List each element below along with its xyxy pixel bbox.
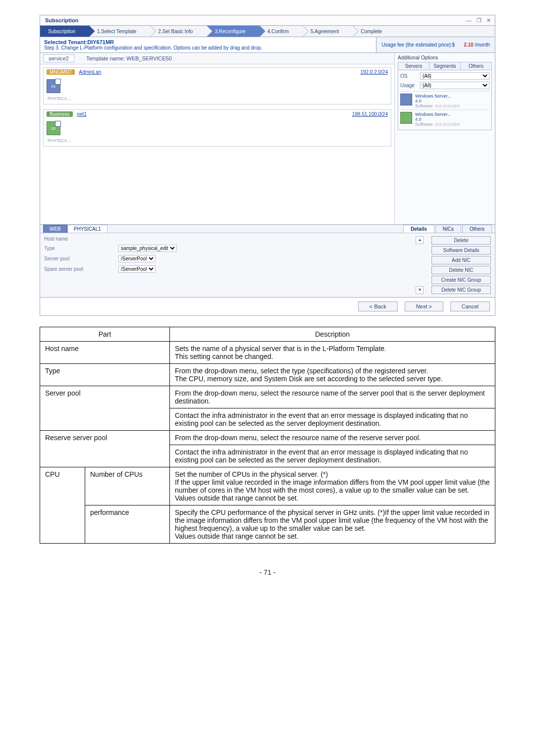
usage-fee-box: Usage fee (the estimated price):$ 2.10 /… xyxy=(376,37,495,52)
step-set-basic-info[interactable]: 2.Set Basic Info xyxy=(150,26,207,37)
row-cpu-num: CPU Number of CPUs Set the number of CPU… xyxy=(40,467,495,505)
service-bar: service2 Template name: WEB_SERVICE50 xyxy=(40,53,394,64)
detail-actions: Delete Software Details Add NIC Delete N… xyxy=(428,236,491,294)
additional-options-panel: Additional Options Servers Segments Othe… xyxy=(395,53,495,224)
window-buttons: — ❐ ✕ xyxy=(462,16,495,25)
row-type: Type From the drop-down menu, select the… xyxy=(40,364,495,386)
segment-cidr-mgmt[interactable]: 192.0.2.0/24 xyxy=(360,69,388,75)
usage-fee-price: 2.10 xyxy=(464,42,473,48)
segment-phys-biz: PHYSICA... xyxy=(44,138,391,146)
os-filter-label: OS xyxy=(400,73,417,79)
next-button[interactable]: Next > xyxy=(405,302,443,311)
create-nic-group-button[interactable]: Create NIC Group xyxy=(431,276,491,284)
desc-cpu-perf: Specify the CPU performance of the physi… xyxy=(170,505,495,544)
wizard-steps: Subscription 1.Select Template 2.Set Bas… xyxy=(40,26,495,37)
selected-tenant: Selected Tenant:DIY671MR xyxy=(44,39,372,45)
scroll-down-icon[interactable]: ▾ xyxy=(416,286,424,294)
topology-canvas[interactable]: service2 Template name: WEB_SERVICE50 MN… xyxy=(40,53,395,224)
usage-filter-select[interactable]: (All) xyxy=(420,82,489,89)
page-number: - 71 - xyxy=(40,568,495,576)
desc-server-pool-1: From the drop-down menu, select the reso… xyxy=(170,386,495,408)
delete-button[interactable]: Delete xyxy=(431,236,491,245)
desc-host-name: Sets the name of a physical server that … xyxy=(170,342,495,364)
row-cpu-perf: performance Specify the CPU performance … xyxy=(40,505,495,544)
tab-others[interactable]: Others xyxy=(462,225,492,233)
tab-segments[interactable]: Segments xyxy=(429,62,461,70)
software-details-button[interactable]: Software Details xyxy=(431,246,491,254)
close-icon[interactable]: ✕ xyxy=(486,17,491,24)
spare-pool-label: Spare server pool xyxy=(44,266,118,272)
step-subscription[interactable]: Subscription xyxy=(40,26,89,37)
delete-nic-group-button[interactable]: Delete NIC Group xyxy=(431,286,491,294)
server-icon[interactable]: 01 xyxy=(47,79,60,93)
desc-server-pool-2: Contact the infra administrator in the e… xyxy=(170,408,495,431)
host-name-label: Host name xyxy=(44,236,118,242)
usage-fee-label: Usage fee (the estimated price):$ xyxy=(381,42,455,48)
subscription-window: Subscription — ❐ ✕ Subscription 1.Select… xyxy=(40,15,495,316)
wizard-footer: < Back Next > Cancel xyxy=(40,297,495,315)
step-reconfigure[interactable]: 3.Reconfigure xyxy=(207,26,259,37)
desc-type: From the drop-down menu, select the type… xyxy=(170,364,495,386)
segment-tag-biz: Business xyxy=(47,111,73,117)
usage-fee-unit: /month xyxy=(475,42,490,48)
selected-server-chip[interactable]: WEB PHYSICAL1 xyxy=(43,225,107,233)
scroll-up-icon[interactable]: ▴ xyxy=(416,236,424,244)
window-title: Subscription xyxy=(40,15,83,25)
step-instruction: Step 3. Change L-Platform configuration … xyxy=(44,45,372,50)
options-tabs: Servers Segments Others xyxy=(398,62,492,70)
add-nic-button[interactable]: Add NIC xyxy=(431,256,491,264)
tab-others[interactable]: Others xyxy=(461,62,491,70)
segment-name-mgmt[interactable]: AdminLan xyxy=(79,69,101,75)
type-select[interactable]: sample_physical_edit xyxy=(118,245,177,252)
minimize-icon[interactable]: — xyxy=(466,17,472,24)
tab-details[interactable]: Details xyxy=(403,225,434,233)
segment-mgmt[interactable]: MNGMNT AdminLan 192.0.2.0/24 01 PHYSICA.… xyxy=(43,67,391,104)
description-table: Part Description Host name Sets the name… xyxy=(40,327,495,544)
server-pool-label: Server pool xyxy=(44,256,118,261)
window-titlebar: Subscription — ❐ ✕ xyxy=(40,15,495,26)
spare-pool-select[interactable]: /ServerPool xyxy=(118,265,156,273)
server-template-item[interactable]: Windows Server... 4.0 SoftwareNot includ… xyxy=(400,109,489,128)
template-name: Template name: WEB_SERVICE50 xyxy=(86,55,172,61)
tenant-row: Selected Tenant:DIY671MR Step 3. Change … xyxy=(40,37,495,53)
segment-cidr-biz[interactable]: 198.51.100.0/24 xyxy=(352,111,388,117)
tab-nics[interactable]: NICs xyxy=(435,225,461,233)
additional-options-title: Additional Options xyxy=(398,55,492,62)
step-agreement[interactable]: 5.Agreement xyxy=(303,26,353,37)
desc-reserve-pool-2: Contact the infra administrator in the e… xyxy=(170,445,495,467)
server-detail-pane: WEB PHYSICAL1 Details NICs Others Host n… xyxy=(40,224,495,297)
desc-reserve-pool-1: From the drop-down menu, select the reso… xyxy=(170,431,495,445)
back-button[interactable]: < Back xyxy=(358,302,398,311)
segment-phys-mgmt: PHYSICA... xyxy=(44,96,391,104)
segment-name-biz[interactable]: net1 xyxy=(77,111,86,117)
col-description: Description xyxy=(170,327,495,342)
server-template-icon xyxy=(400,112,412,124)
step-select-template[interactable]: 1.Select Template xyxy=(89,26,150,37)
segment-tag-mgmt: MNGMNT xyxy=(47,69,75,75)
desc-cpu-num: Set the number of CPUs in the physical s… xyxy=(170,467,495,505)
server-template-item[interactable]: Windows Server... 4.0 SoftwareNot includ… xyxy=(400,91,489,109)
server-icon[interactable]: 02 xyxy=(47,121,60,135)
tab-servers[interactable]: Servers xyxy=(398,62,429,70)
service-name[interactable]: service2 xyxy=(43,54,74,62)
row-reserve-pool: Reserve server pool From the drop-down m… xyxy=(40,431,495,445)
restore-icon[interactable]: ❐ xyxy=(477,17,482,24)
detail-scrollbar[interactable]: ▴ ▾ xyxy=(416,236,424,294)
row-host-name: Host name Sets the name of a physical se… xyxy=(40,342,495,364)
step-confirm[interactable]: 4.Confirm xyxy=(260,26,303,37)
delete-nic-button[interactable]: Delete NIC xyxy=(431,266,491,274)
server-pool-select[interactable]: /ServerPool xyxy=(118,255,156,262)
cancel-button[interactable]: Cancel xyxy=(450,302,490,311)
col-part: Part xyxy=(40,327,170,342)
row-server-pool: Server pool From the drop-down menu, sel… xyxy=(40,386,495,408)
type-label: Type xyxy=(44,246,118,251)
server-template-icon xyxy=(400,94,412,105)
step-complete[interactable]: Complete xyxy=(353,26,396,37)
usage-filter-label: Usage xyxy=(400,83,417,88)
segment-business[interactable]: Business net1 198.51.100.0/24 02 PHYSICA… xyxy=(43,109,391,147)
os-filter-select[interactable]: (All) xyxy=(420,72,489,80)
